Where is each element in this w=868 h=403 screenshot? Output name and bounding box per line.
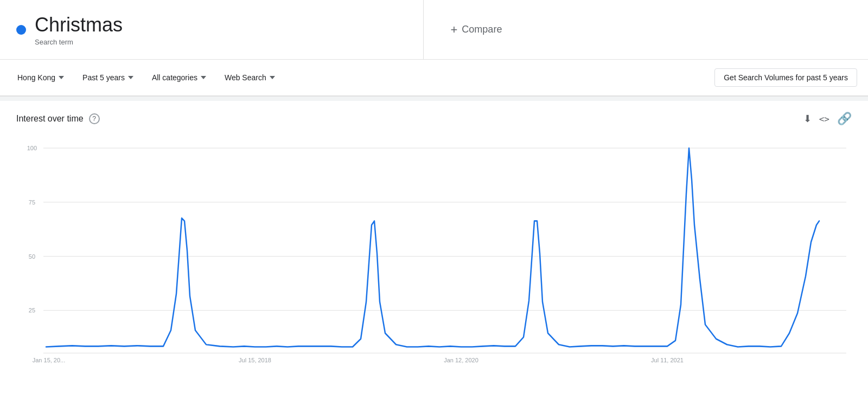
- svg-text:50: 50: [29, 253, 35, 259]
- svg-text:100: 100: [27, 145, 37, 151]
- get-volumes-button[interactable]: Get Search Volumes for past 5 years: [714, 68, 857, 87]
- search-type-filter[interactable]: Web Search: [218, 69, 282, 86]
- share-icon[interactable]: 🔗: [837, 112, 852, 126]
- chart-title-row: Interest over time ?: [16, 113, 100, 124]
- search-type-chevron-icon: [270, 76, 275, 79]
- svg-text:Jan 12, 2020: Jan 12, 2020: [444, 357, 478, 363]
- compare-plus-icon: +: [451, 23, 458, 37]
- term-indicator-dot: [16, 25, 26, 35]
- help-icon[interactable]: ?: [89, 113, 100, 124]
- svg-text:Jan 15, 20...: Jan 15, 20...: [33, 357, 65, 363]
- time-range-chevron-icon: [128, 76, 133, 79]
- svg-text:25: 25: [29, 307, 35, 314]
- search-type-label: Web Search: [225, 73, 266, 82]
- region-filter[interactable]: Hong Kong: [11, 69, 71, 86]
- trend-chart: 100 75 50 25 Jan 15, 20... Jul 15, 2018 …: [16, 137, 852, 364]
- category-label: All categories: [152, 73, 197, 82]
- chart-container: 100 75 50 25 Jan 15, 20... Jul 15, 2018 …: [16, 137, 852, 364]
- category-filter[interactable]: All categories: [145, 69, 213, 86]
- chart-title: Interest over time: [16, 114, 84, 124]
- chart-actions: ⬇ <> 🔗: [803, 112, 852, 126]
- term-title: Christmas: [35, 13, 123, 36]
- time-range-label: Past 5 years: [82, 73, 125, 82]
- compare-button[interactable]: + Compare: [451, 23, 502, 37]
- time-range-filter[interactable]: Past 5 years: [76, 69, 140, 86]
- compare-label: Compare: [462, 24, 502, 35]
- category-chevron-icon: [201, 76, 206, 79]
- term-subtitle: Search term: [35, 38, 123, 46]
- chart-section: Interest over time ? ⬇ <> 🔗 100 75 50 25: [0, 101, 868, 375]
- embed-icon[interactable]: <>: [819, 114, 829, 124]
- search-term-section: Christmas Search term: [0, 0, 424, 59]
- download-icon[interactable]: ⬇: [803, 113, 812, 125]
- region-chevron-icon: [59, 76, 64, 79]
- help-symbol: ?: [92, 115, 96, 123]
- chart-header: Interest over time ? ⬇ <> 🔗: [16, 112, 852, 126]
- page-header: Christmas Search term + Compare: [0, 0, 868, 60]
- term-info: Christmas Search term: [35, 13, 123, 46]
- svg-text:Jul 11, 2021: Jul 11, 2021: [651, 357, 684, 363]
- svg-text:Jul 15, 2018: Jul 15, 2018: [239, 357, 271, 363]
- filters-bar: Hong Kong Past 5 years All categories We…: [0, 60, 868, 97]
- region-label: Hong Kong: [17, 73, 55, 82]
- compare-section: + Compare: [424, 0, 869, 59]
- svg-text:75: 75: [29, 199, 35, 206]
- section-separator: [0, 97, 868, 101]
